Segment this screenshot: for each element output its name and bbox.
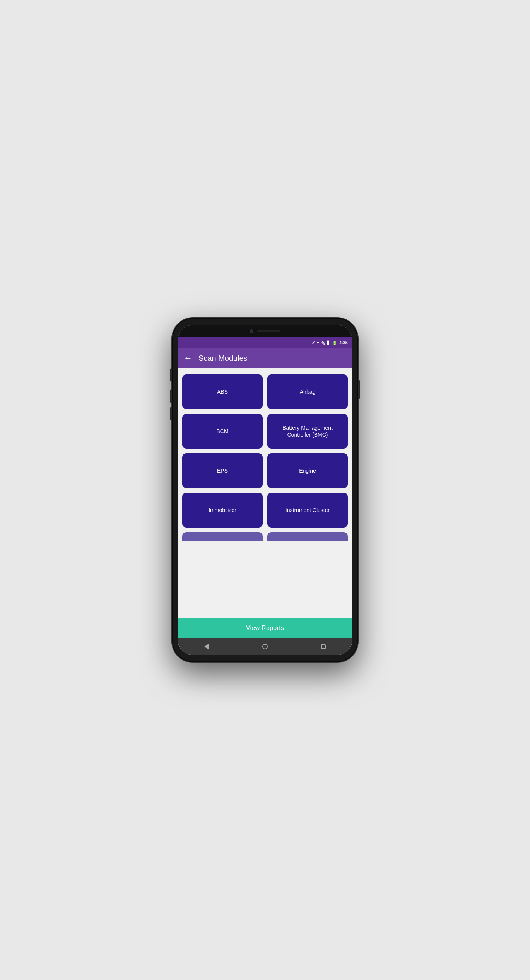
module-card-engine[interactable]: Engine: [267, 453, 348, 488]
module-card-bmc[interactable]: Battery ManagementController (BMC): [267, 414, 348, 449]
module-label-eps: EPS: [217, 467, 228, 474]
phone-screen: ✗ ▾ 4g ▋ 🔋 4:35 ← Scan Modules ABS: [178, 325, 352, 655]
phone-frame: ✗ ▾ 4g ▋ 🔋 4:35 ← Scan Modules ABS: [172, 318, 358, 662]
status-time: 4:35: [339, 340, 348, 345]
partial-cards-row: [182, 532, 348, 541]
partial-card-left: [182, 532, 263, 541]
partial-card-right: [267, 532, 348, 541]
module-card-eps[interactable]: EPS: [182, 453, 263, 488]
nav-home-button[interactable]: [262, 644, 268, 649]
module-label-airbag: Airbag: [300, 388, 315, 395]
module-label-abs: ABS: [217, 388, 228, 395]
back-button[interactable]: ←: [184, 353, 192, 363]
module-label-bcm: BCM: [216, 428, 228, 435]
nav-back-button[interactable]: [204, 644, 209, 650]
android-nav-bar: [178, 638, 352, 655]
module-label-instrument-cluster: Instrument Cluster: [286, 507, 330, 514]
module-card-bcm[interactable]: BCM: [182, 414, 263, 449]
signal-icon: ▋: [327, 341, 330, 345]
battery-icon: 🔋: [332, 341, 337, 345]
camera-icon: [250, 329, 253, 333]
wifi-icon: ▾: [317, 340, 319, 345]
modules-grid: ABS Airbag BCM Battery ManagementControl…: [182, 374, 348, 528]
module-label-immobilizer: Immobilizer: [209, 507, 236, 514]
module-label-bmc: Battery ManagementController (BMC): [282, 424, 333, 438]
main-content: ABS Airbag BCM Battery ManagementControl…: [178, 368, 352, 618]
bluetooth-icon: ✗: [312, 341, 315, 345]
phone-top-bar: [178, 325, 352, 337]
module-card-immobilizer[interactable]: Immobilizer: [182, 493, 263, 528]
module-label-engine: Engine: [299, 467, 316, 474]
status-icons: ✗ ▾ 4g ▋ 🔋: [312, 340, 337, 345]
speaker-grille: [257, 330, 280, 332]
page-title: Scan Modules: [198, 354, 248, 363]
network-label: 4g: [321, 341, 325, 345]
app-bar: ← Scan Modules: [178, 348, 352, 368]
module-card-airbag[interactable]: Airbag: [267, 374, 348, 409]
nav-recent-button[interactable]: [321, 644, 326, 649]
module-card-instrument-cluster[interactable]: Instrument Cluster: [267, 493, 348, 528]
view-reports-button[interactable]: View Reports: [178, 618, 352, 638]
module-card-abs[interactable]: ABS: [182, 374, 263, 409]
status-bar: ✗ ▾ 4g ▋ 🔋 4:35: [178, 337, 352, 348]
